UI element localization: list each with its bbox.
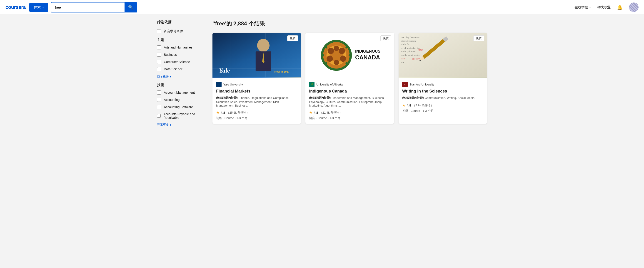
- svg-text:INDIGENOUS: INDIGENOUS: [355, 49, 380, 53]
- account-mgmt-checkbox[interactable]: [157, 91, 161, 95]
- skills-label: 您将获得的技能:: [402, 96, 424, 100]
- svg-point-26: [346, 46, 348, 48]
- arts-checkbox[interactable]: [157, 45, 161, 49]
- card-title: Financial Markets: [216, 89, 297, 94]
- filter-row-cs: Computer Science: [157, 60, 207, 64]
- chevron-down-icon: ▾: [170, 123, 171, 127]
- accounts-payable-checkbox[interactable]: [157, 114, 161, 118]
- data-checkbox[interactable]: [157, 67, 161, 71]
- business-checkbox[interactable]: [157, 53, 161, 57]
- card-meta: 初级 · Course · 1-3 个月: [216, 116, 297, 120]
- chevron-down-icon: ▾: [170, 75, 171, 78]
- svg-text:om the point in size: om the point in size: [401, 53, 420, 56]
- svg-point-22: [340, 56, 346, 62]
- rating-count: （21.4k 条评论）: [320, 111, 342, 115]
- account-mgmt-label[interactable]: Account Management: [164, 91, 195, 94]
- card-indigenous-canada[interactable]: INDIGENOUS CANADA 免费 🌿 University of Alb…: [306, 33, 394, 124]
- rating-number: 4.8: [221, 111, 225, 115]
- svg-text:ler of modes) of the: ler of modes) of the: [401, 46, 420, 49]
- card-skills: 您将获得的技能: Communication, Writing, Social …: [402, 96, 483, 100]
- explore-button[interactable]: 探索 ▾: [29, 3, 48, 12]
- svg-point-27: [322, 54, 324, 56]
- degree-link[interactable]: 在线学位 ▾: [574, 5, 590, 9]
- accounting-software-label[interactable]: Accounting Software: [164, 105, 193, 109]
- rating-number: 4.9: [407, 104, 411, 107]
- provider-name: Stanford University: [410, 83, 434, 86]
- skills-show-more[interactable]: 显示更多 ▾: [157, 123, 207, 127]
- card-writing-sciences[interactable]: reaching the mean- other dynamics. while…: [398, 33, 487, 124]
- accounting-label[interactable]: Accounting: [164, 98, 180, 102]
- sidebar-title: 筛选依据: [157, 20, 207, 25]
- svg-point-29: [325, 62, 328, 64]
- cs-label[interactable]: Computer Science: [164, 60, 190, 64]
- card-image-stanford: reaching the mean- other dynamics. while…: [398, 33, 487, 78]
- skills-label: 您将获得的技能:: [309, 96, 331, 100]
- card-body: Y Yale University Financial Markets 您将获得…: [212, 78, 301, 124]
- notification-bell-icon[interactable]: 🔔: [617, 4, 623, 10]
- card-financial-markets[interactable]: Yale New in 2017 免费 Y Yale University Fi…: [212, 33, 301, 124]
- svg-text:New in 2017: New in 2017: [274, 70, 290, 73]
- svg-text:other dynamics.: other dynamics.: [401, 39, 416, 42]
- search-icon: 🔍: [128, 5, 133, 9]
- card-skills: 您将获得的技能: Leadership and Management, Busi…: [309, 96, 390, 107]
- svg-text:while for: while for: [401, 43, 410, 46]
- svg-point-20: [339, 48, 345, 54]
- arts-label[interactable]: Arts and Humanities: [164, 46, 192, 49]
- filter-row-account-mgmt: Account Management: [157, 91, 207, 95]
- card-rating: ★ 4.9 （7.9k 条评论）: [402, 103, 483, 108]
- search-button[interactable]: 🔍: [124, 2, 137, 12]
- card-title: Indigenous Canada: [309, 89, 390, 94]
- accounts-payable-label[interactable]: Accounts Payable and Receivable: [164, 112, 207, 120]
- eligible-label[interactable]: 符合学分条件: [164, 29, 183, 33]
- svg-point-9: [257, 39, 270, 52]
- results-area: ''free'的 2,884 个结果: [212, 20, 487, 128]
- coursera-logo[interactable]: coursera: [6, 4, 26, 10]
- svg-point-19: [328, 48, 334, 54]
- filter-row-business: Business: [157, 53, 207, 57]
- chevron-down-icon: ▾: [590, 6, 590, 9]
- accounting-checkbox[interactable]: [157, 98, 161, 102]
- card-rating: ★ 4.8 （21.4k 条评论）: [309, 111, 390, 115]
- header-right: 在线学位 ▾ 寻找职业 🔔: [574, 2, 638, 12]
- eligible-checkbox[interactable]: [157, 29, 161, 33]
- svg-text:er the point me: er the point me: [401, 50, 416, 53]
- svg-point-28: [348, 54, 351, 56]
- sidebar: 筛选依据 符合学分条件 主题 Arts and Humanities Busin…: [157, 20, 207, 128]
- accounting-software-checkbox[interactable]: [157, 105, 161, 109]
- svg-point-24: [334, 60, 339, 65]
- card-provider: S Stanford University: [402, 82, 483, 87]
- svg-point-21: [327, 56, 333, 62]
- cs-checkbox[interactable]: [157, 60, 161, 64]
- svg-text:certain: certain: [412, 57, 420, 60]
- results-title: ''free'的 2,884 个结果: [212, 20, 487, 27]
- svg-text:the: the: [418, 48, 423, 52]
- card-body: 🌿 University of Alberta Indigenous Canad…: [306, 78, 394, 124]
- card-title: Writing in the Sciences: [402, 89, 483, 94]
- search-input[interactable]: [51, 3, 124, 11]
- free-badge: 免费: [473, 35, 484, 41]
- skills-text: Communication, Writing, Social Media: [425, 96, 474, 100]
- card-image-indigenous: INDIGENOUS CANADA 免费: [306, 33, 394, 78]
- subjects-section-title: 主题: [157, 38, 207, 42]
- card-image-yale: Yale New in 2017 免费: [212, 33, 301, 78]
- rating-number: 4.8: [314, 111, 318, 115]
- explore-label: 探索: [34, 5, 41, 9]
- career-link[interactable]: 寻找职业: [597, 5, 610, 9]
- card-provider: Y Yale University: [216, 82, 297, 87]
- filter-row-arts: Arts and Humanities: [157, 45, 207, 49]
- star-icon: ★: [402, 103, 406, 108]
- user-avatar[interactable]: [629, 2, 638, 12]
- business-label[interactable]: Business: [164, 53, 177, 56]
- data-label[interactable]: Data Science: [164, 67, 183, 71]
- provider-name: University of Alberta: [316, 83, 343, 86]
- star-icon: ★: [309, 111, 312, 115]
- alberta-provider-logo: 🌿: [309, 82, 314, 87]
- card-skills: 您将获得的技能: Finance, Regulations and Compli…: [216, 96, 297, 107]
- subjects-show-more[interactable]: 显示更多 ▾: [157, 74, 207, 78]
- filter-row-accounts-payable: Accounts Payable and Receivable: [157, 112, 207, 120]
- rating-count: （25.6k 条评论）: [226, 111, 249, 115]
- chevron-down-icon: ▾: [42, 6, 44, 9]
- free-badge: 免费: [287, 35, 298, 41]
- card-meta: 混合 · Course · 1-3 个月: [309, 116, 390, 120]
- svg-text:am: am: [401, 61, 404, 63]
